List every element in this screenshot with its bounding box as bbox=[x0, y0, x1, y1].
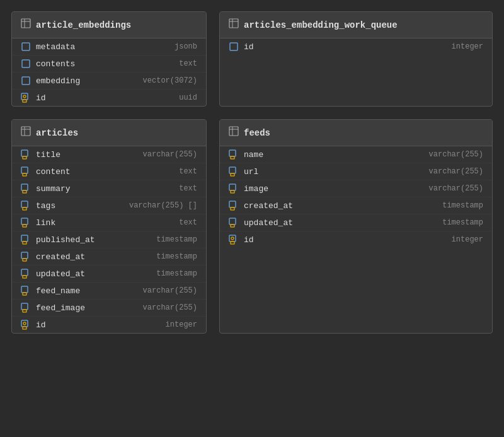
column-name: metadata bbox=[36, 42, 169, 52]
svg-rect-0 bbox=[21, 19, 30, 28]
table-grid-icon bbox=[21, 18, 31, 32]
table-row: feed_namevarchar(255) bbox=[12, 283, 206, 300]
svg-rect-47 bbox=[231, 190, 234, 193]
table-row: feed_imagevarchar(255) bbox=[12, 300, 206, 317]
primary-key-icon bbox=[21, 93, 31, 103]
svg-rect-52 bbox=[229, 235, 236, 242]
foreign-key-icon bbox=[21, 235, 31, 245]
column-name: url bbox=[244, 167, 424, 177]
svg-rect-9 bbox=[229, 19, 238, 28]
column-type: timestamp bbox=[156, 269, 197, 278]
table-article_embeddings: article_embeddings metadatajsonb content… bbox=[11, 11, 207, 107]
column-type: varchar(255) bbox=[429, 167, 483, 176]
table-row: published_attimestamp bbox=[12, 231, 206, 248]
table-row: contentstext bbox=[12, 55, 206, 73]
svg-point-38 bbox=[23, 322, 26, 325]
table-row: tagsvarchar(255) [] bbox=[12, 197, 206, 214]
table-title: articles bbox=[36, 128, 78, 138]
column-name: feed_name bbox=[36, 286, 138, 296]
svg-point-54 bbox=[231, 237, 234, 240]
svg-rect-13 bbox=[21, 127, 30, 136]
table-row: urlvarchar(255) bbox=[220, 163, 492, 180]
svg-rect-5 bbox=[22, 77, 30, 84]
column-type: jsonb bbox=[175, 42, 197, 51]
column-name: link bbox=[36, 218, 174, 228]
table-grid-icon bbox=[21, 126, 31, 139]
column-name: id bbox=[36, 320, 161, 330]
table-row: idinteger bbox=[220, 38, 492, 55]
svg-rect-19 bbox=[23, 173, 26, 176]
column-name: created_at bbox=[36, 252, 151, 262]
column-type: vector(3072) bbox=[143, 76, 197, 85]
column-name: updated_at bbox=[244, 218, 437, 228]
svg-rect-46 bbox=[229, 184, 236, 190]
svg-rect-17 bbox=[23, 156, 26, 159]
column-type: text bbox=[179, 218, 197, 227]
svg-rect-4 bbox=[22, 60, 30, 67]
svg-rect-32 bbox=[21, 286, 28, 293]
column-name: title bbox=[36, 150, 138, 160]
column-type: varchar(255) [] bbox=[129, 201, 197, 210]
column-name: content bbox=[36, 167, 174, 177]
column-type: text bbox=[179, 184, 197, 193]
table-header-article_embeddings: article_embeddings bbox=[12, 12, 206, 38]
column-name: id bbox=[244, 42, 447, 52]
foreign-key-icon bbox=[229, 201, 239, 211]
svg-rect-21 bbox=[23, 190, 26, 193]
svg-rect-18 bbox=[21, 167, 28, 173]
table-header-feeds: feeds bbox=[220, 120, 492, 146]
svg-rect-22 bbox=[21, 201, 28, 207]
table-row: iduuid bbox=[12, 90, 206, 106]
svg-rect-50 bbox=[229, 218, 236, 224]
column-name: created_at bbox=[244, 201, 437, 211]
column-name: updated_at bbox=[36, 269, 151, 279]
svg-rect-25 bbox=[23, 224, 26, 227]
svg-rect-34 bbox=[21, 303, 28, 310]
column-icon bbox=[21, 42, 31, 52]
svg-rect-23 bbox=[23, 207, 26, 210]
column-name: embedding bbox=[36, 76, 138, 86]
column-name: contents bbox=[36, 59, 174, 69]
column-type: integer bbox=[166, 320, 197, 329]
svg-rect-49 bbox=[231, 207, 234, 210]
foreign-key-icon bbox=[21, 149, 31, 160]
column-type: varchar(255) bbox=[143, 150, 197, 159]
svg-rect-3 bbox=[22, 43, 30, 50]
column-name: feed_image bbox=[36, 303, 138, 313]
column-type: integer bbox=[452, 235, 483, 244]
column-type: text bbox=[179, 167, 197, 176]
foreign-key-icon bbox=[229, 184, 239, 194]
table-header-articles: articles bbox=[12, 120, 206, 146]
column-icon bbox=[21, 59, 31, 69]
svg-rect-16 bbox=[21, 150, 28, 156]
column-type: text bbox=[179, 59, 197, 68]
svg-rect-28 bbox=[21, 252, 28, 259]
svg-rect-24 bbox=[21, 218, 28, 224]
column-type: timestamp bbox=[156, 235, 197, 244]
foreign-key-icon bbox=[21, 184, 31, 194]
svg-rect-7 bbox=[23, 100, 26, 102]
column-type: integer bbox=[452, 42, 483, 51]
table-header-articles_embedding_work_queue: articles_embedding_work_queue bbox=[220, 12, 492, 38]
foreign-key-icon bbox=[21, 303, 31, 313]
svg-rect-48 bbox=[229, 201, 236, 207]
svg-rect-33 bbox=[23, 293, 26, 295]
svg-rect-43 bbox=[231, 156, 234, 159]
table-row: created_attimestamp bbox=[220, 197, 492, 214]
foreign-key-icon bbox=[229, 149, 239, 160]
canvas: article_embeddings metadatajsonb content… bbox=[0, 0, 504, 437]
svg-rect-6 bbox=[21, 93, 28, 100]
table-articles_embedding_work_queue: articles_embedding_work_queue idinteger bbox=[219, 11, 493, 107]
foreign-key-icon bbox=[21, 218, 31, 228]
svg-point-8 bbox=[23, 95, 26, 98]
table-row: created_attimestamp bbox=[12, 248, 206, 265]
table-title: articles_embedding_work_queue bbox=[244, 20, 398, 30]
table-grid-icon bbox=[229, 126, 239, 139]
tables-grid: article_embeddings metadatajsonb content… bbox=[11, 11, 493, 334]
column-type: timestamp bbox=[442, 218, 483, 227]
column-icon bbox=[229, 42, 239, 52]
table-row: imagevarchar(255) bbox=[220, 180, 492, 197]
table-row: namevarchar(255) bbox=[220, 146, 492, 163]
table-row: titlevarchar(255) bbox=[12, 146, 206, 163]
svg-rect-36 bbox=[21, 320, 28, 327]
